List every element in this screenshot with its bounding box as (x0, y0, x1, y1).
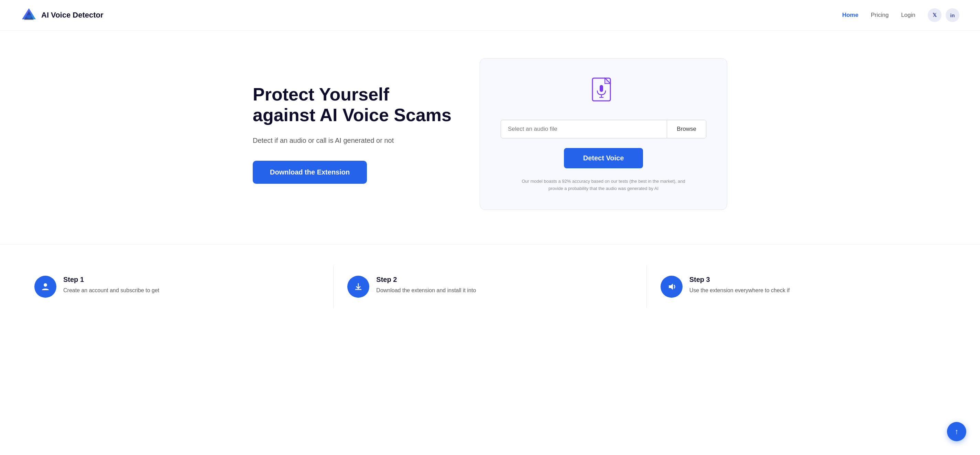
linkedin-button[interactable]: in (946, 8, 959, 22)
svg-marker-4 (605, 78, 610, 84)
hero-subtitle: Detect if an audio or call is AI generat… (253, 135, 452, 145)
twitter-button[interactable]: 𝕏 (928, 8, 942, 22)
step-3-desc: Use the extension everywhere to check if (689, 286, 790, 295)
svg-point-8 (44, 283, 47, 287)
navbar-right: Home Pricing Login 𝕏 in (842, 8, 959, 22)
svg-marker-11 (669, 284, 673, 290)
nav-home[interactable]: Home (842, 12, 858, 19)
step-2-content: Step 2 Download the extension and instal… (376, 276, 476, 295)
step-3-circle (660, 276, 682, 298)
person-icon (41, 282, 50, 292)
svg-point-2 (26, 15, 32, 18)
step-3-title: Step 3 (689, 276, 790, 284)
steps-section: Step 1 Create an account and subscribe t… (0, 244, 980, 308)
nav-links: Home Pricing Login (842, 12, 915, 19)
mic-icon-wrapper (588, 76, 619, 110)
logo-icon (21, 7, 37, 23)
step-2-title: Step 2 (376, 276, 476, 284)
step-1-desc: Create an account and subscribe to get (63, 286, 159, 295)
scroll-to-top-button[interactable]: ↑ (947, 422, 966, 441)
step-2-item: Step 2 Download the extension and instal… (334, 265, 646, 308)
browse-button[interactable]: Browse (667, 120, 706, 138)
brand-name: AI Voice Detector (41, 11, 103, 20)
step-1-content: Step 1 Create an account and subscribe t… (63, 276, 159, 295)
navbar: AI Voice Detector Home Pricing Login 𝕏 i… (0, 0, 980, 30)
hero-section: Protect Yourself against AI Voice Scams … (232, 30, 748, 231)
step-3-item: Step 3 Use the extension everywhere to c… (647, 265, 959, 308)
nav-login[interactable]: Login (901, 12, 915, 19)
step-3-content: Step 3 Use the extension everywhere to c… (689, 276, 790, 295)
step-2-desc: Download the extension and install it in… (376, 286, 476, 295)
svg-rect-5 (600, 85, 603, 92)
logo-area: AI Voice Detector (21, 7, 103, 23)
download-icon (353, 282, 363, 292)
step-2-circle (347, 276, 369, 298)
social-icons: 𝕏 in (928, 8, 959, 22)
mic-file-icon (590, 77, 617, 109)
step-1-circle (34, 276, 56, 298)
step-1-item: Step 1 Create an account and subscribe t… (21, 265, 334, 308)
hero-right: Browse Detect Voice Our model boasts a 9… (480, 58, 727, 210)
step-1-title: Step 1 (63, 276, 159, 284)
hero-left: Protect Yourself against AI Voice Scams … (253, 84, 452, 184)
nav-pricing[interactable]: Pricing (871, 12, 889, 19)
steps-row: Step 1 Create an account and subscribe t… (21, 265, 959, 308)
audio-upload-card: Browse Detect Voice Our model boasts a 9… (480, 58, 727, 210)
download-extension-button[interactable]: Download the Extension (253, 161, 367, 184)
speaker-icon (667, 282, 676, 292)
hero-title: Protect Yourself against AI Voice Scams (253, 84, 452, 126)
file-input[interactable] (501, 120, 667, 138)
file-input-row[interactable]: Browse (501, 120, 706, 138)
detect-voice-button[interactable]: Detect Voice (564, 148, 643, 168)
accuracy-note: Our model boasts a 92% accuracy based on… (514, 178, 693, 192)
